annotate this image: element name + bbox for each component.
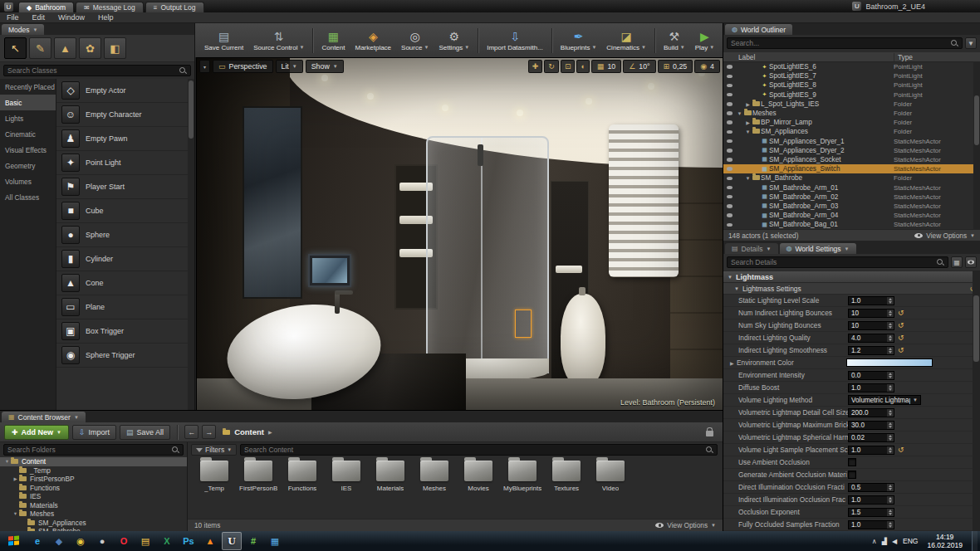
number-input[interactable]: 0.5 [848,483,894,492]
menu-window[interactable]: Window [51,13,91,22]
spinner[interactable] [887,496,894,504]
visibility-eye-icon[interactable] [723,65,736,69]
folder-tree-item-ies[interactable]: IES [0,492,187,501]
show-button[interactable]: Show ▼ [306,60,344,73]
taskbar-firefox-icon[interactable]: ● [92,532,112,550]
expander-icon[interactable]: ▼ [736,111,743,116]
doc-tab-bathroom[interactable]: ◆Bathroom [18,2,74,12]
checkbox[interactable] [848,458,856,466]
content-button[interactable]: ▦Content [316,25,350,56]
reset-to-default-icon[interactable]: ↺ [898,347,904,354]
placeable-item-point-light[interactable]: ✦Point Light [56,151,194,175]
search-classes-input[interactable] [7,66,179,75]
outliner-row[interactable]: ▼SM_BathrobeFolder [723,173,980,183]
number-input[interactable]: 1.5 [848,508,894,517]
save-all-button[interactable]: ▤ Save All [120,425,170,440]
placeable-item-empty-actor[interactable]: ◇Empty Actor [56,79,194,103]
asset-folder-functions[interactable]: Functions [284,461,321,492]
lock-icon[interactable] [706,428,713,436]
column-type[interactable]: Type [894,53,980,61]
outliner-row[interactable]: ▦SM_Bathrobe_Bag_01StaticMeshActor [723,220,980,229]
folder-tree-item-functions[interactable]: Functions [0,484,187,493]
cinematics-button[interactable]: ◪Cinematics▼ [601,25,651,56]
mode-category-geometry[interactable]: Geometry [0,158,56,173]
menu-edit[interactable]: Edit [26,13,52,22]
visibility-eye-icon[interactable] [723,177,736,181]
source-button[interactable]: ◎Source▼ [396,25,434,56]
spinner[interactable] [887,509,894,516]
forward-button[interactable]: → [202,425,216,439]
number-input[interactable]: 30.0 [848,421,894,430]
dropdown[interactable]: Volumetric Lightmap▼ [848,395,921,405]
asset-folder-movies[interactable]: Movies [460,461,497,492]
number-input[interactable]: 0.0 [848,371,894,380]
outliner-filter-icon[interactable]: ▼ [965,37,977,49]
expander-icon[interactable]: ▶ [744,101,752,107]
asset-folder-video[interactable]: Video [592,461,629,492]
mode-category-visual-effects[interactable]: Visual Effects [0,142,56,158]
number-input[interactable]: 1.0 [848,383,894,393]
menu-file[interactable]: File [0,13,26,22]
spinner[interactable] [887,384,894,392]
visibility-eye-icon[interactable] [723,186,736,190]
mode-category-basic[interactable]: Basic [0,95,56,110]
spinner[interactable] [887,446,894,454]
outliner-row[interactable]: ▼MeshesFolder [723,109,980,118]
number-input[interactable]: 0.02 [848,433,894,442]
number-input[interactable]: 10 [848,309,894,318]
outliner-search-input[interactable] [731,39,950,47]
tab-content-browser[interactable]: ▦ Content Browser ▼ [2,412,86,422]
scale-snap-button[interactable]: ⊞0,25 [658,60,693,73]
visibility-eye-icon[interactable] [723,84,736,88]
taskbar-excel-icon[interactable]: X [157,532,177,550]
number-input[interactable]: 4.0 [848,334,894,343]
folder-tree-item-sm_appliances[interactable]: SM_Appliances [0,519,187,528]
viewport[interactable]: ▾ ▭ Perspective Lit ▼ Show ▼ ✚↻⊡◐▦10∠10°… [197,58,723,410]
placeable-item-cone[interactable]: ▲Cone [56,271,194,295]
taskbar-grid-icon[interactable]: ▦ [265,532,285,550]
taskbar-opera-icon[interactable]: O [114,532,134,550]
outliner-row[interactable]: ▦SM_Appliances_SocketStaticMeshActor [723,155,980,164]
outliner-row[interactable]: ▦SM_Appliances_Dryer_2StaticMeshActor [723,146,980,155]
add-new-button[interactable]: ✚ Add New ▼ [4,425,69,440]
property-matrix-icon[interactable]: ▦ [951,256,963,268]
expander-icon[interactable]: ▼ [744,129,752,134]
folder-tree-item-_temp[interactable]: _Temp [0,466,187,475]
settings-button[interactable]: ⚙Settings▼ [434,25,474,56]
breadcrumb[interactable]: Content ▶ [223,427,272,436]
expander-icon[interactable]: ▶ [744,119,752,125]
number-input[interactable]: 1.0 [848,495,894,505]
language-indicator[interactable]: ENG [903,537,918,545]
taskbar-vlc-icon[interactable]: ▲ [200,532,220,550]
taskbar-app-icon[interactable]: ◆ [49,532,69,550]
number-input[interactable]: 10 [848,321,894,330]
number-input[interactable]: 1.0 [848,520,894,529]
taskbar-ie-icon[interactable]: e [27,532,47,550]
outliner-row[interactable]: ▦SM_Bathrobe_Arm_04StaticMeshActor [723,211,980,220]
tab-details[interactable]: ▤ Details ▼ [725,243,778,254]
view-options-button[interactable]: View Options ▼ [914,232,975,240]
reset-to-default-icon[interactable]: ↺ [898,446,904,454]
taskbar-unreal-icon[interactable]: U [222,532,242,550]
visibility-eye-icon[interactable] [723,223,736,227]
placeable-item-player-start[interactable]: ⚑Player Start [56,175,194,199]
place-mode-icon[interactable]: ↖ [4,37,27,59]
folder-tree-item-materials[interactable]: Materials [0,501,187,510]
visibility-eye-icon[interactable] [723,195,736,199]
mode-category-volumes[interactable]: Volumes [0,173,56,189]
asset-folder-textures[interactable]: Textures [548,461,585,492]
tab-world-outliner[interactable]: ◍ World Outliner [725,24,792,35]
spinner[interactable] [887,484,894,491]
import-datasmith-button[interactable]: ⇩Import Datasmith... [482,25,548,56]
expander-icon[interactable]: ▶ [12,476,19,481]
column-label[interactable]: Label [723,53,894,61]
asset-folder-myblueprints[interactable]: MyBlueprints [504,461,541,492]
placeable-item-empty-character[interactable]: ☺Empty Character [56,103,194,127]
expander-icon[interactable]: ▼ [744,176,752,181]
outliner-row[interactable]: ▦SM_Appliances_Dryer_1StaticMeshActor [723,137,980,146]
asset-folder-_temp[interactable]: _Temp [196,461,233,492]
doc-tab-output-log[interactable]: ≡Output Log [145,2,204,12]
spinner[interactable] [887,409,894,417]
details-view-options-icon[interactable] [965,256,977,268]
import-button[interactable]: ⇩ Import [72,425,116,440]
